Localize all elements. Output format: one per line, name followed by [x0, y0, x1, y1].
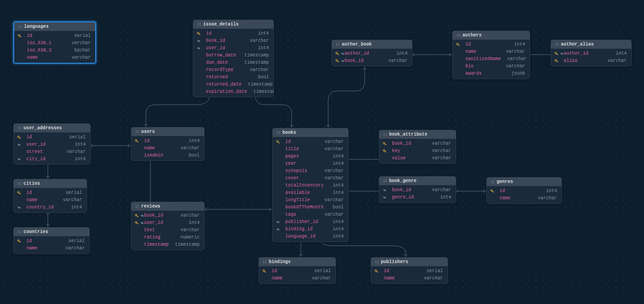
column-row[interactable]: isAdminbool — [131, 152, 204, 159]
column-row[interactable]: covervarchar — [273, 174, 348, 182]
column-row[interactable]: book_idvarchar — [193, 37, 273, 44]
column-row[interactable]: iso_639_3bpchar — [14, 46, 95, 54]
column-row[interactable]: author_idint4 — [551, 50, 631, 57]
column-row[interactable]: book_idvarchar — [379, 140, 456, 147]
table-header[interactable]: ::users — [131, 127, 204, 136]
column-row[interactable]: namevarchar — [259, 274, 335, 282]
table-header[interactable]: ::cities — [14, 179, 87, 188]
table-header[interactable]: ::book_attribute — [379, 130, 456, 139]
column-row[interactable]: iso_639_1varchar — [14, 39, 95, 46]
column-row[interactable]: namevarchar — [371, 274, 448, 282]
column-row[interactable]: tagsvarchar — [273, 211, 348, 218]
column-row[interactable]: namevarchar — [14, 244, 89, 252]
column-row[interactable]: binding_idint4 — [273, 225, 348, 233]
column-row[interactable]: expiration_datetimestamp — [193, 88, 273, 95]
table-genres[interactable]: ::genresidint4namevarchar — [486, 177, 562, 204]
table-header[interactable]: ::countries — [14, 228, 89, 236]
column-row[interactable]: borrow_datetimestamp — [193, 51, 273, 59]
column-row[interactable]: availableint4 — [273, 189, 348, 196]
column-row[interactable]: book_idvarchar — [332, 57, 412, 64]
grip-icon: :: — [490, 180, 495, 184]
column-name: bio — [465, 63, 474, 69]
column-row[interactable]: recordTypevarchar — [193, 66, 273, 73]
column-row[interactable]: idserial — [14, 32, 95, 39]
column-row[interactable]: idvarchar — [273, 138, 348, 145]
column-row[interactable]: idint4 — [487, 187, 562, 194]
column-row[interactable]: titlevarchar — [273, 145, 348, 152]
table-authors[interactable]: ::authorsidint4namevarcharsanitizedNamev… — [452, 30, 530, 79]
column-row[interactable]: user_idint4 — [14, 141, 90, 148]
table-header[interactable]: ::author_book — [332, 40, 412, 49]
table-book_attribute[interactable]: ::book_attributebook_idvarcharkeyvarchar… — [379, 130, 456, 164]
column-row[interactable]: namevarchar — [453, 48, 530, 55]
table-header[interactable]: ::user_addresses — [14, 124, 90, 132]
column-row[interactable]: returnedbool — [193, 73, 273, 81]
column-row[interactable]: bookOfTheMonthbool — [273, 203, 348, 211]
column-row[interactable]: idserial — [259, 267, 335, 274]
column-row[interactable]: publisher_idint4 — [273, 218, 348, 225]
column-row[interactable]: idserial — [14, 133, 90, 141]
column-row[interactable]: valuevarchar — [379, 154, 456, 162]
table-header[interactable]: ::book_genre — [379, 177, 456, 185]
table-reviews[interactable]: ::reviewsbook_idvarcharuser_idint4textva… — [131, 202, 205, 250]
column-row[interactable]: totalInventoryint4 — [273, 182, 348, 189]
table-author_alias[interactable]: ::author_aliasauthor_idint4aliasvarchar — [551, 40, 632, 66]
column-row[interactable]: book_idvarchar — [131, 212, 204, 219]
column-row[interactable]: author_idint4 — [332, 50, 412, 57]
table-issue_details[interactable]: ::issue_detailsidint4book_idvarcharuser_… — [193, 20, 274, 97]
table-header[interactable]: ::languages — [14, 22, 95, 31]
table-users[interactable]: ::usersidint4namevarcharisAdminbool — [131, 127, 205, 161]
column-type: timestamp — [238, 60, 269, 66]
table-cities[interactable]: ::citiesidserialnamevarcharcountry_idint… — [13, 179, 87, 213]
table-header[interactable]: ::authors — [453, 31, 530, 40]
table-user_addresses[interactable]: ::user_addressesidserialuser_idint4stree… — [13, 123, 91, 165]
column-row[interactable]: synopsisvarchar — [273, 167, 348, 174]
column-row[interactable]: idint4 — [131, 137, 204, 144]
column-row[interactable]: due_datetimestamp — [193, 59, 273, 66]
column-row[interactable]: keyvarchar — [379, 147, 456, 154]
column-row[interactable]: namevarchar — [131, 144, 204, 152]
table-bindings[interactable]: ::bindingsidserialnamevarchar — [258, 257, 336, 284]
table-header[interactable]: ::reviews — [131, 202, 204, 211]
column-row[interactable]: returned_datetimestamp — [193, 81, 273, 88]
column-row[interactable]: language_idint4 — [273, 233, 348, 240]
column-row[interactable]: aliasvarchar — [551, 57, 631, 64]
table-name: author_book — [342, 42, 372, 47]
column-row[interactable]: yearint4 — [273, 160, 348, 167]
column-row[interactable]: biovarchar — [453, 62, 530, 70]
table-author_book[interactable]: ::author_bookauthor_idint4book_idvarchar — [331, 40, 412, 66]
table-header[interactable]: ::publishers — [371, 258, 448, 266]
table-header[interactable]: ::author_alias — [551, 40, 631, 49]
table-header[interactable]: ::genres — [487, 177, 562, 186]
table-countries[interactable]: ::countriesidserialnamevarchar — [13, 227, 90, 254]
column-row[interactable]: longTitlevarchar — [273, 196, 348, 203]
table-book_genre[interactable]: ::book_genrebook_idvarchargenre_idint4 — [379, 176, 456, 203]
column-row[interactable]: sanitizedNamevarchar — [453, 55, 530, 62]
column-row[interactable]: idserial — [14, 237, 89, 244]
column-row[interactable]: idint4 — [453, 41, 530, 48]
column-row[interactable]: awardsjsonb — [453, 70, 530, 77]
column-row[interactable]: user_idint4 — [193, 44, 273, 51]
column-row[interactable]: pagesint4 — [273, 152, 348, 160]
table-header[interactable]: ::issue_details — [193, 20, 273, 29]
column-row[interactable]: namevarchar — [14, 196, 87, 203]
column-row[interactable]: country_idint4 — [14, 203, 87, 211]
column-row[interactable]: namevarchar — [14, 54, 95, 61]
column-row[interactable]: ratingnumeric — [131, 233, 204, 241]
column-row[interactable]: textvarchar — [131, 226, 204, 233]
column-row[interactable]: city_idint4 — [14, 155, 90, 162]
column-row[interactable]: book_idvarchar — [379, 186, 456, 193]
column-row[interactable]: idserial — [14, 189, 87, 196]
table-publishers[interactable]: ::publishersidserialnamevarchar — [371, 257, 448, 284]
table-header[interactable]: ::books — [273, 128, 348, 137]
column-row[interactable]: idserial — [371, 267, 448, 274]
table-header[interactable]: ::bindings — [259, 258, 335, 266]
column-row[interactable]: user_idint4 — [131, 219, 204, 226]
column-row[interactable]: idint4 — [193, 30, 273, 37]
column-row[interactable]: namevarchar — [487, 194, 562, 202]
table-books[interactable]: ::booksidvarchartitlevarcharpagesint4yea… — [272, 128, 349, 242]
table-languages[interactable]: ::languagesidserialiso_639_1varchariso_6… — [13, 21, 96, 64]
column-row[interactable]: timestamptimestamp — [131, 241, 204, 248]
column-row[interactable]: streetvarchar — [14, 148, 90, 155]
column-row[interactable]: genre_idint4 — [379, 193, 456, 201]
